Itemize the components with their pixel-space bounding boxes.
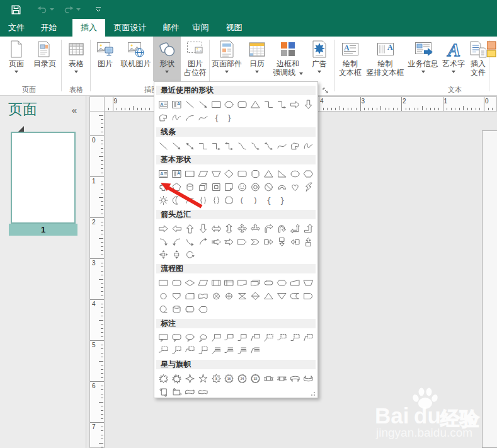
shape-lc4d[interactable] [302,331,315,345]
partial-button[interactable] [491,37,497,81]
shape-sort[interactable] [249,290,262,303]
shape-textbox[interactable]: A [157,98,170,112]
shape-oval[interactable] [222,98,236,112]
shape-uparrow[interactable] [183,222,197,236]
shape-lc1d[interactable] [262,331,275,345]
shape-lc2u[interactable] [222,344,236,357]
shape-rightarrow[interactable] [288,98,302,112]
tab-邮件[interactable]: 邮件 [156,19,186,37]
advertisements-button[interactable]: 广告 [306,37,333,81]
shape-dblarrow[interactable] [183,140,197,153]
shape-leftcallout[interactable] [288,236,302,249]
shape-delay[interactable] [302,290,315,303]
shape-rbrace[interactable]: } [222,112,236,125]
shape-udcallout[interactable] [170,248,183,261]
shape-magneticdisk[interactable] [170,303,183,316]
shape-preparation[interactable] [275,277,288,290]
shape-dblwave[interactable] [197,386,210,399]
shape-elbow[interactable] [197,140,210,153]
shape-or[interactable] [222,290,236,303]
shape-explosion2[interactable] [170,372,183,386]
shape-hexagon[interactable] [302,168,315,181]
shape-curved[interactable] [236,140,249,153]
shape-rbracket[interactable]: ) [249,194,262,207]
shape-decision[interactable] [183,277,197,290]
shape-lc3d[interactable] [288,331,302,345]
shape-stripedright[interactable] [210,236,223,249]
shape-lc3u[interactable] [236,344,249,357]
shape-roundcallout[interactable] [170,331,183,345]
shape-lc1e[interactable] [157,344,170,357]
shape-curveddown[interactable] [183,236,197,249]
shape-star5[interactable] [197,372,210,386]
shape-diamond[interactable] [222,168,236,181]
dialog-launcher-icon[interactable] [322,86,329,93]
shape-terminator[interactable] [262,277,275,290]
shape-uturnarrow[interactable] [275,222,288,236]
shape-ovalcallout[interactable] [183,331,197,345]
shape-document[interactable] [236,277,249,290]
shape-explosion1[interactable] [157,372,170,386]
calendar-button[interactable]: 日历 [244,37,270,81]
picture-placeholder-button[interactable]: 图片占位符 [181,37,209,81]
shape-foldedcorner[interactable] [222,181,236,194]
shape-offpage[interactable] [170,290,183,303]
shape-arrow[interactable] [197,98,210,112]
shape-star16[interactable]: 16 [222,372,236,386]
tab-文件[interactable]: 文件 [3,19,30,37]
shape-vscroll[interactable] [157,386,170,399]
shape-lruarrow[interactable] [249,222,262,236]
shape-blockarc[interactable] [275,181,288,194]
shape-rect[interactable] [210,98,223,112]
resize-grip[interactable] [311,391,316,396]
shape-lc1[interactable] [210,331,223,345]
shape-summing[interactable] [210,290,223,303]
shape-triangle[interactable] [249,98,262,112]
tab-视图[interactable]: 视图 [220,19,248,37]
shape-extract[interactable] [262,290,275,303]
shape-upcallout[interactable] [302,236,315,249]
shape-downcallout[interactable] [275,236,288,249]
shape-line[interactable] [183,98,197,112]
draw-vertical-text-box-button[interactable]: A绘制竖排文本框 [365,37,405,81]
redo-icon[interactable] [63,4,74,14]
shape-ribbon2[interactable] [275,372,288,386]
shape-lightning[interactable] [302,181,315,194]
shape-lc2[interactable] [222,331,236,345]
shape-curvedup[interactable] [197,236,210,249]
shape-manualoperation[interactable] [302,277,315,290]
shape-curve[interactable] [275,140,288,153]
shape-data[interactable] [197,277,210,290]
shape-hscroll[interactable] [170,386,183,399]
customize-qat-icon[interactable] [94,6,102,13]
catalog-page-button[interactable]: 目录页 [30,37,59,81]
shape-curvedribbon1[interactable] [288,372,302,386]
shape-predefined[interactable] [210,277,223,290]
shape-leftarrow[interactable] [170,222,183,236]
shape-elbowdbl[interactable] [222,140,236,153]
shape-freeform[interactable] [157,112,170,125]
shape-ribbon1[interactable] [262,372,275,386]
shape-bentuparrow[interactable] [302,222,315,236]
shape-lc4u[interactable] [249,344,262,357]
shape-lc2e[interactable] [170,344,183,357]
shape-scribble[interactable] [170,112,183,125]
shape-lbrace[interactable]: { [210,112,223,125]
shape-lc1u[interactable] [210,344,223,357]
shape-rttriangle[interactable] [275,168,288,181]
redo-dropdown-icon[interactable] [76,8,81,11]
shape-lrarrow[interactable] [210,222,223,236]
shape-triangle[interactable] [262,168,275,181]
shape-nosymbol[interactable] [262,181,275,194]
shape-bentarrow[interactable] [262,222,275,236]
shape-roundrect[interactable] [236,98,249,112]
collapse-panel-icon[interactable]: « [72,105,77,115]
shape-lc2d[interactable] [275,331,288,345]
shape-oval[interactable] [288,168,302,181]
shape-rbrace[interactable]: } [275,194,288,207]
shape-star32[interactable]: 32 [249,372,262,386]
shape-curvedleft[interactable] [170,236,183,249]
table-button[interactable]: 表格 [63,37,89,81]
shape-chevron[interactable] [249,236,262,249]
shape-star24[interactable]: 24 [236,372,249,386]
